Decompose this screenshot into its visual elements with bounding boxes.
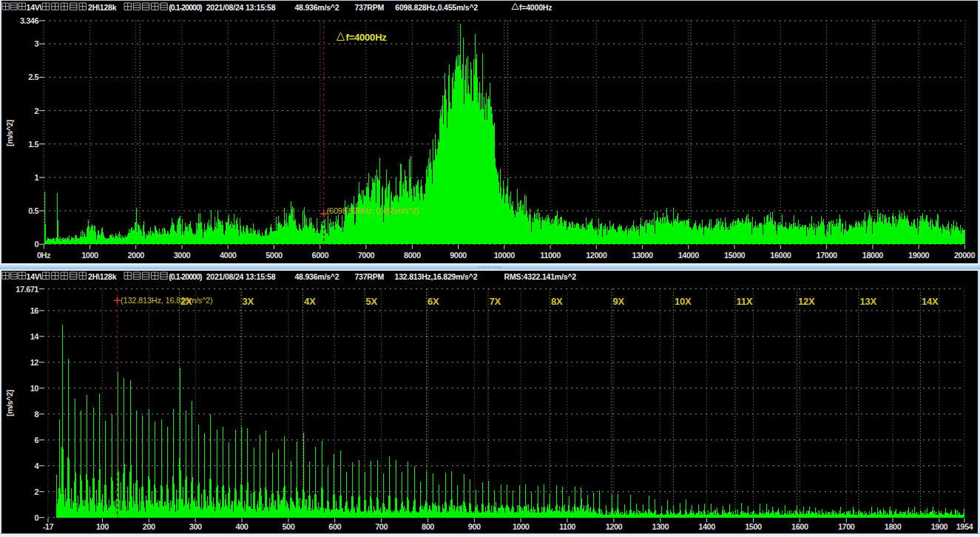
svg-text:700: 700 <box>375 522 388 531</box>
svg-text:13X: 13X <box>859 296 876 307</box>
svg-text:18000: 18000 <box>862 251 883 260</box>
svg-text:7X: 7X <box>490 296 501 307</box>
svg-text:6: 6 <box>34 436 38 445</box>
svg-text:[m/s^2]: [m/s^2] <box>5 390 14 416</box>
svg-text:6000: 6000 <box>312 251 329 260</box>
svg-text:100: 100 <box>96 522 109 531</box>
svg-text:6098.828Hz,0.455m/s^2: 6098.828Hz,0.455m/s^2 <box>395 3 478 12</box>
svg-text:9000: 9000 <box>450 251 467 260</box>
svg-text:1800: 1800 <box>885 522 902 531</box>
svg-text:6X: 6X <box>428 296 439 307</box>
svg-text:20000: 20000 <box>954 251 975 260</box>
svg-text:1000: 1000 <box>513 522 530 531</box>
svg-text:10: 10 <box>30 384 39 393</box>
svg-text:2.5: 2.5 <box>28 72 38 81</box>
svg-text:12X: 12X <box>798 296 815 307</box>
svg-text:9X: 9X <box>613 296 625 307</box>
svg-text:3.346: 3.346 <box>20 16 38 25</box>
svg-text:10000: 10000 <box>494 251 515 260</box>
svg-text:0.5: 0.5 <box>28 206 38 215</box>
svg-text:(0.1-20000): (0.1-20000) <box>169 3 202 12</box>
svg-text:14V\: 14V\ <box>27 3 42 12</box>
svg-text:0: 0 <box>34 240 38 249</box>
svg-text:14V\: 14V\ <box>27 272 42 281</box>
svg-text:400: 400 <box>236 522 249 531</box>
svg-text:1600: 1600 <box>791 522 808 531</box>
svg-text:8000: 8000 <box>404 251 421 260</box>
svg-text:5X: 5X <box>366 296 378 307</box>
svg-text:8X: 8X <box>551 296 563 307</box>
svg-text:4X: 4X <box>304 296 316 307</box>
svg-text:3000: 3000 <box>174 251 191 260</box>
svg-text:900: 900 <box>468 522 481 531</box>
svg-text:1400: 1400 <box>698 522 715 531</box>
svg-text:3X: 3X <box>243 296 254 307</box>
svg-text:1.5: 1.5 <box>28 140 38 149</box>
svg-text:(132.813Hz, 16.829m/s^2): (132.813Hz, 16.829m/s^2) <box>121 296 213 305</box>
svg-text:2021/08/24 13:15:58: 2021/08/24 13:15:58 <box>206 272 276 281</box>
svg-text:800: 800 <box>422 522 434 531</box>
svg-text:8: 8 <box>34 410 38 419</box>
svg-text:[m/s^2]: [m/s^2] <box>5 120 14 146</box>
svg-text:2021/08/24 13:15:58: 2021/08/24 13:15:58 <box>206 3 276 12</box>
svg-text:1200: 1200 <box>606 522 623 531</box>
svg-text:737RPM: 737RPM <box>354 3 384 12</box>
svg-text:3: 3 <box>34 39 38 48</box>
svg-text:11000: 11000 <box>540 251 561 260</box>
svg-text:600: 600 <box>328 522 341 531</box>
svg-text:5000: 5000 <box>266 251 283 260</box>
svg-text:48.936m/s^2: 48.936m/s^2 <box>294 272 339 281</box>
svg-text:500: 500 <box>282 522 294 531</box>
svg-text:4000: 4000 <box>220 251 237 260</box>
svg-text:-17: -17 <box>43 522 54 531</box>
svg-text:0: 0 <box>34 513 38 522</box>
svg-text:17.671: 17.671 <box>16 285 38 294</box>
svg-text:14000: 14000 <box>678 251 699 260</box>
svg-text:737RPM: 737RPM <box>354 272 384 281</box>
svg-text:132.813Hz,16.829m/s^2: 132.813Hz,16.829m/s^2 <box>395 272 478 281</box>
svg-text:0Hz: 0Hz <box>37 251 51 260</box>
svg-text:1: 1 <box>34 173 38 182</box>
svg-text:14X: 14X <box>922 296 939 307</box>
svg-text:2: 2 <box>34 107 38 115</box>
svg-text:200: 200 <box>143 522 155 531</box>
svg-text:1700: 1700 <box>838 522 855 531</box>
svg-text:2: 2 <box>34 487 38 496</box>
svg-text:48.936m/s^2: 48.936m/s^2 <box>294 3 339 12</box>
svg-text:f=4000Hz: f=4000Hz <box>519 3 552 12</box>
svg-text:2H\128k: 2H\128k <box>88 272 117 281</box>
svg-text:11X: 11X <box>736 296 752 307</box>
svg-text:(6098.828Hz, 0.455m/s^2): (6098.828Hz, 0.455m/s^2) <box>327 206 419 215</box>
svg-text:17000: 17000 <box>817 251 837 260</box>
svg-text:16000: 16000 <box>770 251 791 260</box>
svg-text:19000: 19000 <box>908 251 929 260</box>
svg-text:12000: 12000 <box>586 251 606 260</box>
svg-text:12: 12 <box>30 358 39 367</box>
svg-text:f=4000Hz: f=4000Hz <box>346 32 388 43</box>
svg-text:1100: 1100 <box>559 522 575 531</box>
svg-text:1900: 1900 <box>931 522 948 531</box>
svg-text:(0.1-20000): (0.1-20000) <box>169 272 202 281</box>
svg-text:2000: 2000 <box>127 251 144 260</box>
svg-text:14: 14 <box>30 332 40 341</box>
svg-text:10X: 10X <box>675 296 692 307</box>
svg-text:300: 300 <box>189 522 202 531</box>
svg-text:1500: 1500 <box>745 522 762 531</box>
svg-text:1954: 1954 <box>956 522 974 531</box>
svg-text:13000: 13000 <box>632 251 653 260</box>
svg-text:RMS:4322.141m/s^2: RMS:4322.141m/s^2 <box>504 272 577 281</box>
svg-text:1300: 1300 <box>652 522 669 531</box>
svg-text:16: 16 <box>30 306 39 315</box>
svg-text:15000: 15000 <box>724 251 745 260</box>
svg-text:2H\128k: 2H\128k <box>88 3 117 12</box>
svg-text:7000: 7000 <box>358 251 375 260</box>
svg-text:1000: 1000 <box>81 251 98 260</box>
